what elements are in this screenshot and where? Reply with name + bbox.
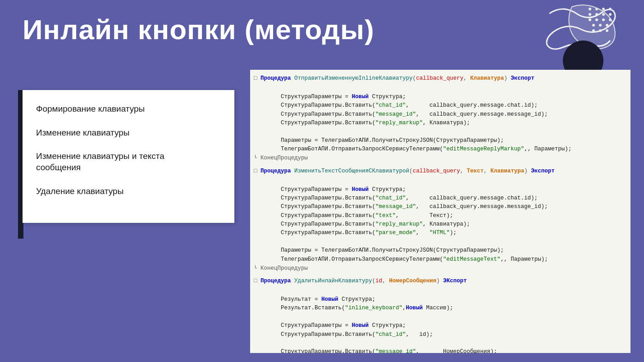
proc-header-3: □ Процедура УдалитьИнлайнКлавиатуру(id, … [250, 276, 630, 286]
end-proc-2: └ КонецПроцедуры [250, 264, 630, 273]
list-item-3: Изменение клавиатуры и текстасообщения [36, 151, 221, 173]
list-item-4: Удаление клавиатуры [36, 186, 221, 197]
code-section-2: СтруктураПараметры = Новый Структура; Ст… [250, 176, 630, 264]
proc-header-2: □ Процедура ИзменитьТекстСообщенияСКлави… [250, 166, 630, 176]
proc-header-1: □ Процедура ОтправитьИзмененнуюInlineКла… [250, 73, 630, 84]
svg-point-2 [602, 8, 605, 10]
svg-point-3 [609, 8, 612, 10]
list-item-1: Формирование клавиатуры [36, 104, 221, 115]
list-item-2: Изменение клавиатуры [36, 127, 221, 139]
svg-point-7 [609, 13, 612, 16]
left-panel: Формирование клавиатуры Изменение клавиа… [23, 90, 234, 223]
code-panel: □ Процедура ОтправитьИзмененнуюInlineКла… [250, 70, 630, 353]
code-section-1: СтруктураПараметры = Новый Структура; Ст… [250, 84, 630, 154]
code-section-3: Результат = Новый Структура; Результат.В… [250, 287, 630, 353]
page-title: Инлайн кнопки (методы) [23, 14, 375, 45]
end-proc-1: └ КонецПроцедуры [250, 154, 630, 163]
